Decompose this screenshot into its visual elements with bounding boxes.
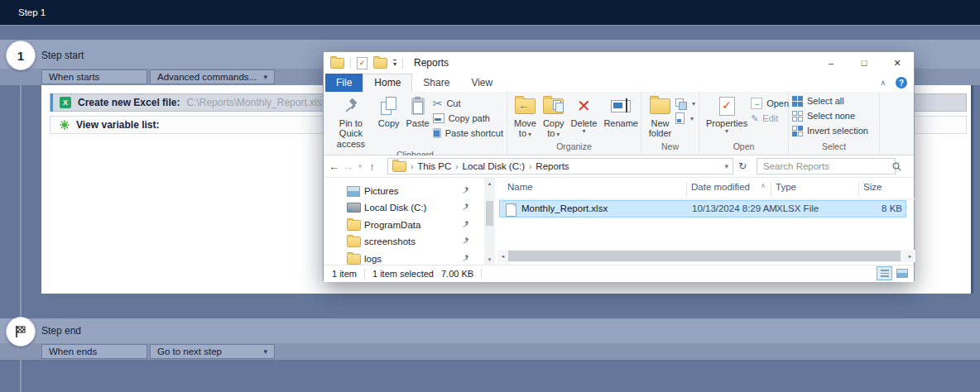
invert-selection-button[interactable]: Invert selection [792, 124, 868, 137]
copy-button[interactable]: Copy [375, 94, 403, 129]
column-date-modified[interactable]: Date modified [691, 182, 750, 192]
folder-icon [347, 237, 361, 247]
delete-button[interactable]: ✕ Delete ▾ [568, 94, 601, 135]
scroll-down-icon[interactable]: ▾ [484, 254, 495, 265]
collapse-ribbon-icon[interactable]: ∧ [880, 79, 886, 87]
search-input[interactable] [761, 160, 892, 172]
scrollbar-thumb[interactable] [486, 201, 493, 226]
drive-icon [347, 203, 361, 213]
tab-file[interactable]: File [325, 74, 363, 92]
properties-qat-icon[interactable]: ✓ [357, 57, 368, 69]
tab-home[interactable]: Home [363, 74, 412, 92]
when-ends-dropdown-value: Go to next step [157, 347, 222, 356]
search-box[interactable] [757, 158, 896, 174]
nav-item-screenshots[interactable]: screenshots [324, 233, 484, 250]
nav-item-pictures[interactable]: Pictures [324, 183, 484, 199]
rename-button[interactable]: Rename [600, 94, 641, 129]
tab-share[interactable]: Share [412, 74, 460, 92]
move-to-button[interactable]: ← Move to▾ [511, 94, 540, 140]
details-view-button[interactable] [877, 266, 892, 280]
explorer-title-bar[interactable]: ✓ ▾ Reports – □ ✕ [324, 52, 914, 74]
new-item-button[interactable]: ▾ [675, 97, 695, 110]
window-title: Reports [414, 57, 449, 69]
maximize-button[interactable]: □ [848, 52, 881, 74]
breadcrumb-local-disk[interactable]: Local Disk (C:) [463, 161, 525, 171]
nav-item-local-disk[interactable]: Local Disk (C:) [324, 199, 484, 216]
nav-label: Local Disk (C:) [364, 203, 426, 213]
scroll-left-icon[interactable]: ◂ [497, 250, 508, 262]
when-ends-dropdown[interactable]: Go to next step ▾ [150, 344, 275, 359]
select-group-label: Select [789, 141, 879, 155]
pin-icon[interactable] [462, 221, 469, 228]
pin-to-quick-access-button[interactable]: Pin to Quick access [327, 94, 375, 150]
step-title-bar: Step 1 [0, 0, 980, 25]
breadcrumb-this-pc[interactable]: This PC [417, 161, 451, 171]
pin-icon[interactable] [462, 255, 469, 262]
copy-to-button[interactable]: Copy to▾ [540, 94, 568, 140]
refresh-icon[interactable]: ↻ [733, 160, 752, 172]
sort-ascending-icon: ∧ [761, 182, 766, 189]
column-size[interactable]: Size [863, 182, 882, 192]
divider [350, 58, 351, 69]
nav-item-programdata[interactable]: ProgramData [324, 217, 484, 233]
file-icon [506, 203, 516, 217]
copy-path-button[interactable]: Copy path [433, 112, 503, 125]
column-type[interactable]: Type [776, 182, 796, 192]
screen: Step 1 1 Step start When starts Advanced… [0, 0, 980, 392]
properties-button[interactable]: ✓ Properties ▾ [703, 94, 751, 135]
pin-label: Pin to Quick access [330, 118, 372, 149]
scrollbar-thumb[interactable] [508, 251, 901, 261]
select-none-button[interactable]: Select none [792, 109, 868, 122]
chevron-down-icon: ▾ [263, 73, 267, 81]
nav-label: logs [364, 254, 382, 264]
pin-icon[interactable] [462, 203, 469, 211]
forward-button[interactable]: → [341, 160, 355, 173]
minimize-button[interactable]: – [814, 52, 848, 74]
customize-toolbar-icon[interactable]: ▾ [393, 60, 396, 67]
address-dropdown-icon[interactable]: ▾ [724, 162, 728, 170]
paste-label: Paste [406, 118, 430, 128]
horizontal-scrollbar[interactable]: ◂ ▸ [497, 250, 915, 262]
new-folder-qat-icon[interactable] [373, 58, 387, 69]
recent-locations-icon[interactable]: ▾ [355, 162, 365, 170]
column-divider[interactable] [686, 182, 687, 197]
cut-button[interactable]: ✂Cut [433, 97, 503, 110]
column-name[interactable]: Name [507, 182, 533, 192]
select-all-button[interactable]: Select all [792, 94, 868, 108]
action-label: View variable list: [76, 119, 160, 131]
column-divider[interactable] [771, 182, 771, 197]
when-starts-dropdown[interactable]: Advanced commands... ▾ [150, 69, 275, 84]
address-bar: ← → ▾ ↑ › This PC › Local Disk (C:) › Re… [324, 155, 914, 178]
new-folder-button[interactable]: New folder [645, 94, 675, 140]
breadcrumb-reports[interactable]: Reports [536, 161, 569, 171]
tab-view[interactable]: View [460, 74, 503, 92]
step-end-band [0, 318, 980, 343]
invert-selection-label: Invert selection [807, 126, 868, 136]
select-none-icon [792, 111, 803, 122]
open-group-label: Open [699, 141, 788, 155]
ribbon-tabs: File Home Share View [324, 74, 914, 92]
search-icon [892, 162, 901, 171]
scissors-icon: ✂ [433, 98, 443, 109]
column-divider[interactable] [858, 182, 859, 197]
file-row-monthly-report[interactable]: Monthly_Report.xlsx 10/13/2024 8:29 AM X… [499, 200, 906, 218]
pin-icon[interactable] [462, 187, 469, 194]
copy-path-icon [433, 113, 444, 123]
paste-shortcut-button[interactable]: Paste shortcut [433, 127, 503, 140]
nav-scrollbar[interactable]: ▴ ▾ [484, 178, 495, 265]
thumbnails-view-button[interactable] [894, 266, 910, 280]
scroll-right-icon[interactable]: ▸ [905, 250, 915, 262]
folder-icon [330, 58, 344, 69]
up-button[interactable]: ↑ [365, 160, 379, 173]
file-list-header: ∧ Name Date modified Type Size [497, 178, 915, 199]
action-value: C:\Reports\Monthly_Report.xlsx [186, 97, 326, 108]
easy-access-button[interactable]: ▾ [675, 112, 695, 125]
help-icon[interactable]: ? [896, 77, 907, 88]
paste-button[interactable]: Paste [403, 94, 433, 129]
close-button[interactable]: ✕ [881, 52, 914, 74]
item-count: 1 item [332, 269, 357, 279]
back-button[interactable]: ← [327, 160, 341, 173]
scroll-up-icon[interactable]: ▴ [484, 178, 495, 189]
pin-icon[interactable] [462, 237, 469, 245]
address-box[interactable]: › This PC › Local Disk (C:) › Reports ▾ [387, 158, 733, 174]
